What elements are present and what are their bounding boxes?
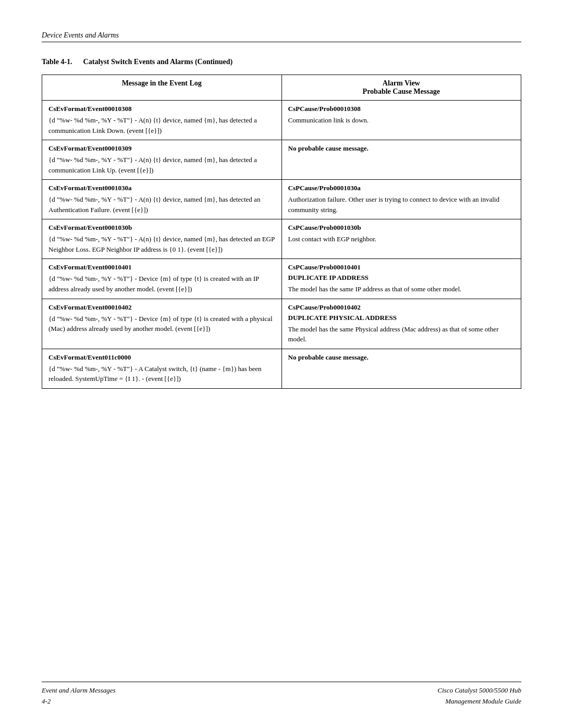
- no-cause-msg: No probable cause message.: [288, 353, 515, 362]
- table-row: CsEvFormat/Event00010402{d "%w- %d %m-, …: [42, 299, 521, 349]
- footer-right-line1: Cisco Catalyst 5000/5500 Hub: [437, 685, 521, 696]
- header: Device Events and Alarms: [42, 31, 521, 42]
- event-id: CsEvFormat/Event00010308: [48, 105, 275, 113]
- cause-msg: Authorization failure. Other user is try…: [288, 194, 515, 215]
- col1-header: Message in the Event Log: [42, 75, 282, 101]
- cause-cell-0: CsPCause/Prob00010308Communication link …: [282, 101, 521, 140]
- table-row: CsEvFormat/Event011c0000{d "%w- %d %m-, …: [42, 349, 521, 388]
- cause-cell-3: CsPCause/Prob0001030bLost contact with E…: [282, 219, 521, 259]
- cause-cell-6: No probable cause message.: [282, 349, 521, 388]
- main-table: Message in the Event Log Alarm View Prob…: [42, 75, 521, 389]
- event-cell-0: CsEvFormat/Event00010308{d "%w- %d %m-, …: [42, 101, 282, 140]
- cause-msg: The model has the same IP address as tha…: [288, 284, 515, 294]
- table-caption: Catalyst Switch Events and Alarms (Conti…: [83, 58, 233, 66]
- table-row: CsEvFormat/Event0001030a{d "%w- %d %m-, …: [42, 180, 521, 219]
- table-row: CsEvFormat/Event00010401{d "%w- %d %m-, …: [42, 259, 521, 299]
- cause-id: CsPCause/Prob00010308: [288, 105, 515, 113]
- cause-id: CsPCause/Prob0001030b: [288, 224, 515, 232]
- event-cell-6: CsEvFormat/Event011c0000{d "%w- %d %m-, …: [42, 349, 282, 388]
- header-title: Device Events and Alarms: [42, 31, 119, 40]
- event-msg: {d "%w- %d %m-, %Y - %T"} - A(n) {t} dev…: [48, 115, 275, 135]
- cause-msg: Lost contact with EGP neighbor.: [288, 234, 515, 244]
- event-id: CsEvFormat/Event00010309: [48, 144, 275, 153]
- cause-msg: The model has the same Physical address …: [288, 324, 515, 344]
- cause-cell-4: CsPCause/Prob00010401DUPLICATE IP ADDRES…: [282, 259, 521, 299]
- event-msg: {d "%w- %d %m-, %Y - %T"} - A(n) {t} dev…: [48, 155, 275, 175]
- event-cell-2: CsEvFormat/Event0001030a{d "%w- %d %m-, …: [42, 180, 282, 219]
- event-cell-5: CsEvFormat/Event00010402{d "%w- %d %m-, …: [42, 299, 282, 349]
- event-msg: {d "%w- %d %m-, %Y - %T"} - A(n) {t} dev…: [48, 194, 275, 215]
- table-row: CsEvFormat/Event00010309{d "%w- %d %m-, …: [42, 140, 521, 180]
- footer-right: Cisco Catalyst 5000/5500 Hub Management …: [437, 685, 521, 707]
- table-row: CsEvFormat/Event0001030b{d "%w- %d %m-, …: [42, 219, 521, 259]
- table-heading: Table 4-1. Catalyst Switch Events and Al…: [42, 58, 521, 66]
- page: Device Events and Alarms Table 4-1. Cata…: [0, 0, 563, 728]
- footer-right-line2: Management Module Guide: [437, 696, 521, 707]
- cause-id: CsPCause/Prob00010402: [288, 303, 515, 312]
- table-number: Table 4-1.: [42, 58, 72, 66]
- cause-cell-1: No probable cause message.: [282, 140, 521, 180]
- event-msg: {d "%w- %d %m-, %Y - %T"} - A(n) {t} dev…: [48, 234, 275, 254]
- no-cause-msg: No probable cause message.: [288, 144, 515, 153]
- event-id: CsEvFormat/Event00010401: [48, 263, 275, 272]
- table-row: CsEvFormat/Event00010308{d "%w- %d %m-, …: [42, 101, 521, 140]
- cause-msg: Communication link is down.: [288, 115, 515, 126]
- event-msg: {d "%w- %d %m-, %Y - %T"} - Device {m} o…: [48, 314, 275, 334]
- event-id: CsEvFormat/Event00010402: [48, 303, 275, 312]
- cause-id: CsPCause/Prob0001030a: [288, 184, 515, 192]
- event-cell-4: CsEvFormat/Event00010401{d "%w- %d %m-, …: [42, 259, 282, 299]
- event-id: CsEvFormat/Event0001030b: [48, 224, 275, 232]
- event-msg: {d "%w- %d %m-, %Y - %T"} - Device {m} o…: [48, 274, 275, 294]
- event-id: CsEvFormat/Event0001030a: [48, 184, 275, 192]
- event-cell-1: CsEvFormat/Event00010309{d "%w- %d %m-, …: [42, 140, 282, 180]
- cause-title: DUPLICATE PHYSICAL ADDRESS: [288, 314, 515, 322]
- event-msg: {d "%w- %d %m-, %Y - %T"} - A Catalyst s…: [48, 364, 275, 384]
- footer-left: Event and Alarm Messages 4-2: [42, 685, 116, 707]
- footer: Event and Alarm Messages 4-2 Cisco Catal…: [42, 682, 521, 707]
- cause-cell-5: CsPCause/Prob00010402DUPLICATE PHYSICAL …: [282, 299, 521, 349]
- footer-left-line1: Event and Alarm Messages: [42, 685, 116, 696]
- cause-title: DUPLICATE IP ADDRESS: [288, 274, 515, 282]
- event-cell-3: CsEvFormat/Event0001030b{d "%w- %d %m-, …: [42, 219, 282, 259]
- col2-header: Alarm View Probable Cause Message: [282, 75, 521, 101]
- footer-left-line2: 4-2: [42, 696, 116, 707]
- cause-id: CsPCause/Prob00010401: [288, 263, 515, 272]
- event-id: CsEvFormat/Event011c0000: [48, 353, 275, 362]
- cause-cell-2: CsPCause/Prob0001030aAuthorization failu…: [282, 180, 521, 219]
